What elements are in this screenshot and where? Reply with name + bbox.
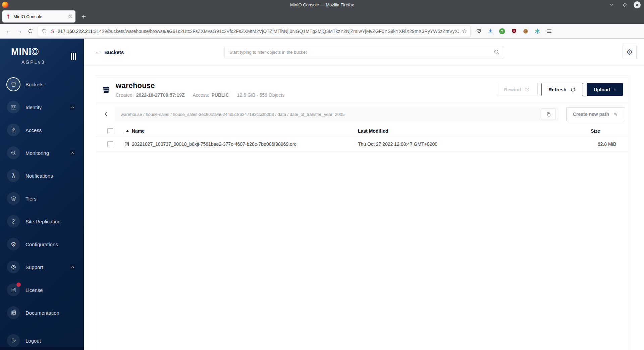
chevron-up-icon[interactable] bbox=[70, 264, 75, 270]
documentation-icon bbox=[7, 306, 20, 319]
column-header-name[interactable]: Name bbox=[132, 128, 145, 134]
lock-icon bbox=[7, 124, 20, 136]
sidebar-item-site-replication[interactable]: Site Replication bbox=[0, 210, 84, 233]
bucket-access-value: PUBLIC bbox=[211, 92, 229, 98]
table-row[interactable]: 20221027_100737_00018_b8xji-7581bae2-377… bbox=[95, 137, 628, 151]
sidebar-item-label: Tiers bbox=[25, 196, 37, 202]
chevron-up-icon[interactable] bbox=[70, 150, 75, 156]
rewind-icon bbox=[524, 87, 530, 93]
sidebar-item-notifications[interactable]: λ Notifications bbox=[0, 164, 84, 187]
object-last-modified: Thu Oct 27 2022 12:08:47 GMT+0200 bbox=[358, 141, 559, 147]
copy-path-button[interactable] bbox=[541, 108, 556, 120]
sidebar-item-label: Access bbox=[25, 127, 42, 133]
sidebar-item-label: Buckets bbox=[25, 82, 43, 87]
window-minimize-icon[interactable] bbox=[608, 1, 615, 8]
select-all-checkbox[interactable] bbox=[107, 128, 113, 134]
new-tab-button[interactable] bbox=[77, 10, 90, 23]
sidebar-item-identity[interactable]: Identity bbox=[0, 96, 84, 119]
license-tag: AGPLv3 bbox=[21, 59, 84, 65]
sidebar-item-configurations[interactable]: ⚙ Configurations bbox=[0, 233, 84, 256]
window-maximize-icon[interactable] bbox=[621, 1, 628, 8]
sidebar-item-label: Notifications bbox=[25, 173, 53, 179]
bucket-icon bbox=[7, 78, 20, 91]
upload-icon bbox=[613, 87, 616, 92]
license-alert-badge bbox=[16, 282, 21, 287]
back-arrow-icon: ← bbox=[95, 48, 101, 56]
download-icon[interactable] bbox=[487, 28, 494, 35]
breadcrumb-bar: warehouse / house-sales / house_sales-3e… bbox=[115, 107, 559, 121]
gear-icon: ⚙ bbox=[626, 48, 633, 56]
settings-gear-button[interactable]: ⚙ bbox=[623, 45, 637, 59]
sidebar-item-label: Configurations bbox=[25, 242, 58, 247]
copy-icon bbox=[546, 112, 551, 117]
tab-close-icon[interactable] bbox=[68, 14, 72, 18]
tracking-shield-icon[interactable] bbox=[42, 29, 47, 34]
window-title: MinIO Console — Mozilla Firefox bbox=[0, 2, 644, 7]
pocket-icon[interactable] bbox=[475, 28, 482, 35]
new-path-icon bbox=[612, 111, 619, 117]
sidebar-item-support[interactable]: Support bbox=[0, 256, 84, 278]
layers-icon bbox=[7, 192, 20, 205]
sidebar-item-label: Documentation bbox=[25, 310, 59, 316]
back-to-buckets-link[interactable]: ← Buckets bbox=[95, 48, 124, 56]
menu-hamburger-icon[interactable] bbox=[545, 28, 553, 35]
sidebar-item-label: Monitoring bbox=[25, 150, 49, 156]
column-header-size[interactable]: Size bbox=[559, 128, 616, 134]
url-text: 217.160.222.211:31429/buckets/warehouse/… bbox=[58, 29, 459, 34]
forward-icon[interactable]: → bbox=[14, 26, 25, 37]
extension-snowflake-icon[interactable] bbox=[534, 28, 541, 35]
sidebar-item-label: License bbox=[25, 287, 43, 293]
sync-arrows-icon bbox=[7, 215, 20, 228]
sidebar-item-tiers[interactable]: Tiers bbox=[0, 187, 84, 210]
sidebar: MINIO AGPLv3 Buckets Identity bbox=[0, 39, 84, 350]
sidebar-item-license[interactable]: License bbox=[0, 278, 84, 301]
bucket-meta: Created:2022-10-27T09:57:19Z Access:PUBL… bbox=[116, 92, 284, 98]
app-header: ← Buckets ⚙ bbox=[84, 39, 644, 66]
sidebar-item-logout[interactable]: Logout bbox=[0, 329, 84, 350]
bucket-name: warehouse bbox=[116, 81, 284, 90]
window-titlebar: MinIO Console — Mozilla Firefox bbox=[0, 0, 644, 9]
sort-ascending-icon[interactable] bbox=[126, 130, 129, 132]
bucket-size-objects: 12.6 GiB - 558 Objects bbox=[237, 92, 285, 98]
breadcrumb[interactable]: warehouse / house-sales / house_sales-3e… bbox=[121, 112, 541, 117]
ublock-shield-icon[interactable]: UO bbox=[510, 28, 518, 35]
tab-minio-console[interactable]: MinIO Console bbox=[2, 10, 75, 23]
monitoring-search-icon bbox=[7, 146, 20, 159]
sidebar-item-label: Identity bbox=[25, 104, 42, 110]
bookmark-star-icon[interactable]: ☆ bbox=[462, 28, 467, 35]
object-file-icon bbox=[124, 141, 129, 147]
insecure-lock-icon[interactable] bbox=[50, 29, 55, 34]
sidebar-item-documentation[interactable]: Documentation bbox=[0, 301, 84, 324]
rewind-button[interactable]: Rewind bbox=[497, 83, 538, 96]
page-title: Buckets bbox=[104, 49, 124, 55]
chevron-left-icon[interactable] bbox=[102, 111, 111, 118]
sidebar-item-monitoring[interactable]: Monitoring bbox=[0, 141, 84, 164]
browser-toolbar: ← → 217.160.222.211:31429/buckets/wareho… bbox=[0, 24, 644, 39]
bucket-created-value: 2022-10-27T09:57:19Z bbox=[136, 92, 185, 98]
license-doc-icon bbox=[7, 283, 20, 296]
object-name[interactable]: 20221027_100737_00018_b8xji-7581bae2-377… bbox=[132, 141, 296, 147]
sidebar-item-access[interactable]: Access bbox=[0, 119, 84, 141]
window-close-icon[interactable] bbox=[634, 1, 641, 8]
bucket-browser-card: warehouse Created:2022-10-27T09:57:19Z A… bbox=[95, 76, 628, 350]
reload-icon[interactable] bbox=[25, 26, 36, 37]
filter-objects-input[interactable] bbox=[224, 46, 504, 58]
lambda-icon: λ bbox=[7, 169, 20, 182]
url-bar[interactable]: 217.160.222.211:31429/buckets/warehouse/… bbox=[38, 26, 470, 37]
sidebar-item-label: Site Replication bbox=[25, 219, 60, 224]
refresh-button[interactable]: Refresh bbox=[541, 83, 583, 96]
row-checkbox[interactable] bbox=[107, 141, 113, 147]
sidebar-item-buckets[interactable]: Buckets bbox=[0, 73, 84, 96]
chevron-up-icon[interactable] bbox=[70, 104, 75, 110]
upload-button[interactable]: Upload bbox=[587, 83, 623, 96]
bucket-icon bbox=[102, 85, 110, 94]
extension-green-icon[interactable] bbox=[498, 28, 506, 35]
back-icon[interactable]: ← bbox=[3, 26, 14, 37]
column-header-last-modified[interactable]: Last Modified bbox=[358, 128, 559, 134]
create-new-path-button[interactable]: Create new path bbox=[566, 107, 625, 121]
sidebar-collapse-icon[interactable] bbox=[71, 53, 76, 60]
cookie-icon[interactable] bbox=[522, 28, 529, 35]
object-size: 62.8 MiB bbox=[559, 141, 616, 147]
sidebar-item-label: Support bbox=[25, 264, 43, 270]
svg-text:UO: UO bbox=[513, 30, 515, 32]
